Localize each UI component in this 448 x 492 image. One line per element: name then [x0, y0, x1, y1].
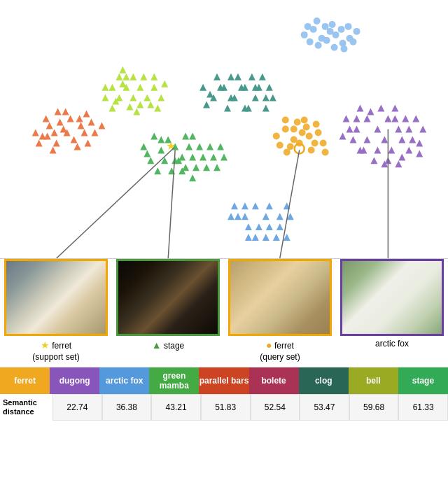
image-cell-ferret-query: ● ferret(query set) — [224, 259, 336, 367]
main-container: ★ ★ ferret(support set) — [0, 0, 448, 492]
svg-point-144 — [313, 121, 320, 128]
svg-point-141 — [282, 117, 289, 124]
dist-dugong: 36.38 — [102, 394, 152, 421]
dist-parallel-bars: 52.54 — [251, 394, 300, 421]
svg-point-117 — [338, 26, 345, 33]
image-frame-ferret-support — [4, 259, 108, 336]
svg-point-112 — [332, 31, 340, 38]
table-area: ferret dugong arctic fox green mamba par… — [0, 367, 448, 492]
cat-clog: clog — [299, 367, 349, 394]
image-cell-ferret-support: ★ ferret(support set) — [0, 259, 112, 367]
svg-point-122 — [354, 28, 360, 35]
category-row: ferret dugong arctic fox green mamba par… — [0, 367, 448, 394]
svg-point-111 — [323, 37, 330, 44]
svg-point-129 — [299, 129, 306, 136]
image-stage — [118, 261, 218, 334]
dist-bell: 61.33 — [398, 394, 448, 421]
svg-rect-0 — [1, 0, 447, 258]
svg-point-139 — [294, 119, 301, 126]
svg-point-138 — [315, 129, 322, 136]
image-cell-arctic-fox: arctic fox — [336, 259, 448, 367]
semantic-distance-label: Semanticdistance — [0, 394, 52, 421]
distance-values: 22.74 36.38 43.21 51.83 52.54 53.47 59.6… — [52, 394, 448, 421]
svg-point-140 — [320, 139, 327, 146]
cat-dugong: dugong — [50, 367, 99, 394]
image-frame-arctic-fox — [340, 259, 444, 336]
image-arctic-fox — [342, 261, 442, 334]
cat-bolete: bolete — [249, 367, 299, 394]
svg-point-106 — [301, 31, 308, 38]
image-frame-stage — [116, 259, 220, 336]
svg-point-120 — [341, 45, 348, 52]
svg-point-143 — [301, 117, 308, 124]
svg-point-118 — [314, 17, 321, 24]
dist-ferret: 22.74 — [52, 394, 102, 421]
cat-stage: stage — [398, 367, 448, 394]
cat-ferret: ferret — [0, 367, 50, 394]
image-cell-stage: ▲ stage — [112, 259, 224, 367]
label-ferret-query: ● ferret(query set) — [260, 339, 300, 363]
svg-point-121 — [331, 44, 338, 51]
cat-arctic-fox: arctic fox — [99, 367, 149, 394]
label-ferret-support: ★ ferret(support set) — [32, 339, 79, 363]
svg-point-133 — [276, 141, 284, 148]
dist-arctic-fox: 43.21 — [151, 394, 201, 421]
svg-point-137 — [284, 148, 290, 155]
dist-green-mamba: 51.83 — [201, 394, 251, 421]
cat-parallel-bars: parallel bars — [199, 367, 248, 394]
cat-bell: bell — [349, 367, 398, 394]
svg-point-113 — [307, 38, 314, 45]
svg-point-134 — [312, 139, 318, 146]
svg-point-116 — [322, 23, 329, 30]
svg-point-136 — [308, 146, 315, 153]
svg-point-142 — [290, 126, 298, 133]
images-row: ★ ferret(support set) ▲ stage ● ferret(q… — [0, 259, 448, 367]
svg-point-132 — [306, 132, 313, 139]
svg-point-110 — [315, 42, 322, 49]
cat-green-mamba: green mamba — [149, 367, 199, 394]
svg-point-145 — [322, 148, 329, 155]
label-stage: ▲ stage — [152, 339, 185, 352]
dist-clog: 59.68 — [349, 394, 399, 421]
svg-point-125 — [345, 23, 352, 30]
svg-point-124 — [304, 23, 312, 30]
svg-point-127 — [282, 126, 289, 133]
distance-row: Semanticdistance 22.74 36.38 43.21 51.83… — [0, 394, 448, 421]
svg-point-126 — [273, 132, 280, 139]
image-ferret-support — [6, 261, 106, 334]
dist-bolete: 53.47 — [300, 394, 349, 421]
scatter-plot-area: ★ — [0, 0, 448, 259]
svg-point-123 — [350, 38, 357, 45]
image-ferret-query — [230, 261, 330, 334]
image-frame-ferret-query — [228, 259, 332, 336]
label-arctic-fox: arctic fox — [375, 339, 409, 350]
svg-point-115 — [329, 21, 336, 28]
svg-point-135 — [303, 124, 310, 131]
scatter-svg: ★ — [0, 0, 448, 258]
